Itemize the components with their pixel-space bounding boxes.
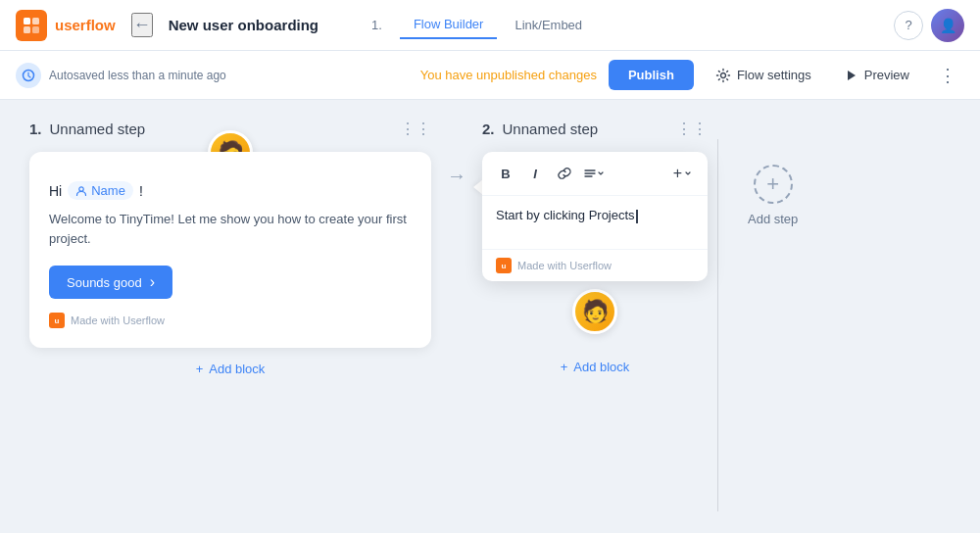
svg-rect-3 xyxy=(32,26,39,33)
greeting-hi-text: Hi xyxy=(49,183,62,199)
tab-flow-builder[interactable]: Flow Builder xyxy=(400,11,498,39)
help-icon: ? xyxy=(905,18,911,32)
text-cursor xyxy=(636,210,638,223)
person-icon xyxy=(75,185,87,197)
step-2-header: 2. Unnamed step ⋮⋮ xyxy=(482,120,708,138)
toolbar-add-button[interactable]: + xyxy=(667,161,698,186)
editor-made-with-logo: u xyxy=(496,258,512,273)
toolbar-plus-chevron-icon xyxy=(684,170,692,177)
tab-link-embed-label: Link/Embed xyxy=(514,18,582,32)
nav-actions: ? 👤 xyxy=(894,9,964,42)
link-button[interactable] xyxy=(551,160,578,187)
autosave-area: Autosaved less than a minute ago xyxy=(16,63,226,88)
step-1-handle-icon[interactable]: ⋮⋮ xyxy=(400,120,431,138)
step-2-add-block-label: Add block xyxy=(573,360,629,374)
step-1-content: Hi Name ! Welcome to TinyTime! Let me sh… xyxy=(49,181,412,299)
add-block-label: Add block xyxy=(209,362,265,376)
italic-button[interactable]: I xyxy=(521,160,549,187)
add-step-label: Add step xyxy=(748,212,798,226)
preview-button[interactable]: Preview xyxy=(833,62,919,89)
arrow-icon: › xyxy=(150,273,155,291)
editor-content[interactable]: Start by clicking Projects xyxy=(482,196,708,249)
align-button[interactable] xyxy=(580,160,608,187)
preview-label: Preview xyxy=(864,68,909,82)
greeting-line: Hi Name ! xyxy=(49,181,412,200)
userflow-logo xyxy=(16,10,47,41)
back-button[interactable]: ← xyxy=(131,13,153,37)
step-2-number: 2. xyxy=(482,121,495,137)
toolbar-plus-icon: + xyxy=(673,165,682,182)
step-1-made-with: u Made with Userflow xyxy=(49,313,412,328)
canvas: 1. Unnamed step ⋮⋮ 🧑 Hi Name xyxy=(0,100,980,533)
flow-settings-button[interactable]: Flow settings xyxy=(706,62,821,89)
svg-marker-6 xyxy=(848,71,856,80)
step-1-card[interactable]: Hi Name ! Welcome to TinyTime! Let me sh… xyxy=(29,152,431,348)
step-2-name: Unnamed step xyxy=(503,121,668,137)
made-with-text: Made with Userflow xyxy=(71,315,165,326)
sounds-good-label: Sounds good xyxy=(67,275,142,290)
gear-icon xyxy=(715,68,731,83)
step-1-body: Welcome to TinyTime! Let me show you how… xyxy=(49,210,412,248)
user-avatar[interactable]: 👤 xyxy=(931,9,964,42)
tab-link-embed[interactable]: Link/Embed xyxy=(501,12,596,38)
step-2-handle-icon[interactable]: ⋮⋮ xyxy=(676,120,708,138)
svg-rect-2 xyxy=(24,26,30,33)
play-icon xyxy=(843,68,858,83)
top-nav: userflow ← New user onboarding 1. Flow B… xyxy=(0,0,980,51)
editor-text: Start by clicking Projects xyxy=(496,206,694,235)
editor-made-with-text: Made with Userflow xyxy=(517,260,612,271)
step-1-card-wrapper: 🧑 Hi Name ! Welcome to xyxy=(29,152,431,348)
add-step-button[interactable]: + Add step xyxy=(748,165,798,226)
greeting-excl: ! xyxy=(139,183,143,199)
step-1-column: 1. Unnamed step ⋮⋮ 🧑 Hi Name xyxy=(20,120,441,386)
made-with-logo: u xyxy=(49,313,65,328)
tab-flow-builder-label: Flow Builder xyxy=(414,17,484,31)
step-2-add-block-plus-icon: + xyxy=(561,360,568,374)
brand-name: userflow xyxy=(55,17,116,33)
add-step-column: + Add step xyxy=(718,120,827,226)
unpublished-message: You have unpublished changes xyxy=(420,68,597,82)
step-2-column: 2. Unnamed step ⋮⋮ B I xyxy=(472,120,717,384)
name-pill: Name xyxy=(68,181,133,200)
svg-point-7 xyxy=(79,186,83,190)
flow-title: New user onboarding xyxy=(169,17,318,33)
publish-button[interactable]: Publish xyxy=(609,60,694,90)
nav-tabs: 1. Flow Builder Link/Embed xyxy=(358,11,596,39)
editor-popup: B I xyxy=(482,152,708,281)
svg-point-5 xyxy=(720,73,725,77)
align-chevron-icon xyxy=(597,170,605,177)
editor-toolbar: B I xyxy=(482,152,708,196)
logo-area: userflow xyxy=(16,10,116,41)
step-1-add-block[interactable]: + Add block xyxy=(186,352,275,386)
step-2-popup-wrapper: B I xyxy=(482,152,708,281)
flow-settings-label: Flow settings xyxy=(737,68,811,82)
link-icon xyxy=(558,167,571,180)
bold-button[interactable]: B xyxy=(492,160,519,187)
autosave-label: Autosaved less than a minute ago xyxy=(49,69,226,82)
step-2-avatar: 🧑 xyxy=(572,289,617,334)
autosave-icon xyxy=(16,63,41,88)
more-options-button[interactable]: ⋮ xyxy=(931,61,964,90)
name-tag-label: Name xyxy=(91,183,125,198)
svg-rect-1 xyxy=(32,18,39,24)
align-icon xyxy=(583,167,597,180)
second-bar: Autosaved less than a minute ago You hav… xyxy=(0,51,980,100)
sounds-good-button[interactable]: Sounds good › xyxy=(49,266,172,299)
add-block-plus-icon: + xyxy=(196,362,204,376)
step-1-number: 1. xyxy=(29,121,42,137)
tab-overview[interactable]: 1. xyxy=(358,12,396,38)
svg-rect-0 xyxy=(24,18,30,24)
step-2-add-block[interactable]: + Add block xyxy=(551,350,640,384)
help-button[interactable]: ? xyxy=(894,11,923,40)
connector-arrow: → xyxy=(441,120,472,187)
editor-made-with: u Made with Userflow xyxy=(482,249,708,281)
add-step-circle-icon: + xyxy=(754,165,793,204)
